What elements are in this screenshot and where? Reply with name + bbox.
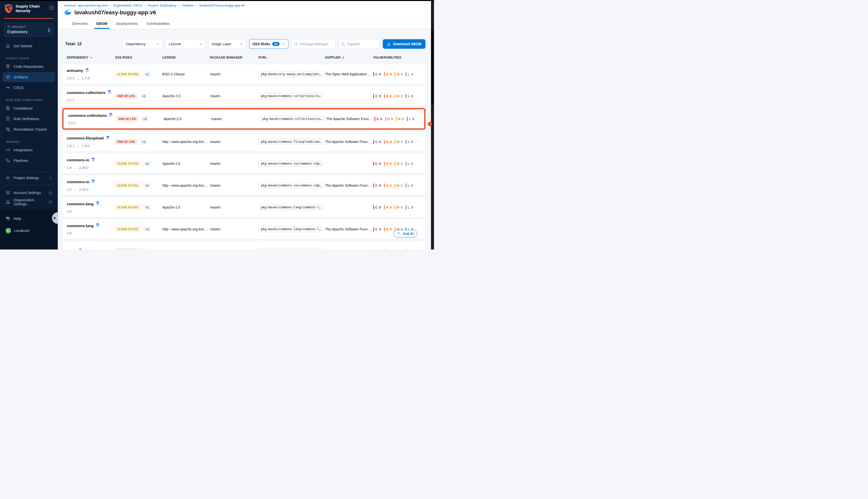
oss-risks-filter[interactable]: OSS Risks 02 <box>249 39 288 49</box>
vulnerabilities-cell: C0H0M0L0 <box>373 161 421 166</box>
table-row[interactable]: commons-lang2.6CLOSE TO EOL+1http---www.… <box>62 219 425 239</box>
tab-sbom[interactable]: SBOM <box>96 18 108 29</box>
purl-chip[interactable]: pkg:maven/commons-collections/co… <box>260 116 324 122</box>
sidebar-item-ci-cd[interactable]: CI/CD <box>2 83 55 93</box>
dependency-name: esapi <box>67 249 76 250</box>
download-icon <box>387 42 391 46</box>
severity-bar <box>385 117 386 121</box>
purl-chip[interactable]: pkg:maven/commons-lang/commons-l… <box>258 204 323 210</box>
scrollbar-thumb[interactable] <box>431 31 434 105</box>
sidebar-item-get-started[interactable]: Get Started <box>2 41 55 51</box>
column-header-oss-risks: OSS RISKS <box>115 56 162 59</box>
package-manager-search[interactable] <box>292 39 336 49</box>
table-row[interactable]: commons-collections3.2.2END OF LIFE+1Apa… <box>62 108 425 130</box>
tab-deployments[interactable]: Deployments <box>116 18 138 29</box>
sidebar-item-code-repositories[interactable]: Code Repositories <box>2 62 55 72</box>
info-icon[interactable] <box>49 200 52 204</box>
vulnerabilities-cell: C0H0M0L0 <box>373 72 421 76</box>
severity-bar <box>396 117 397 121</box>
grid-dots-icon[interactable] <box>49 3 54 11</box>
tab-vulnerabilities[interactable]: Vulnerabilities <box>146 18 170 29</box>
version-recommended: 2.20.0 <box>79 188 89 192</box>
risk-badge: CLOSE TO EOL <box>115 205 141 210</box>
version-recommended: 1.7.8 <box>82 76 89 80</box>
chevron-down-icon <box>282 42 285 46</box>
image-layer-filter[interactable]: Image Layer <box>209 39 246 49</box>
supplier-cell: The Apache Software Foun… <box>325 140 373 144</box>
dependency-filter[interactable]: Dependency <box>123 39 162 49</box>
severity-bar <box>384 94 385 98</box>
column-header-dependency[interactable]: DEPENDENCY▼ <box>67 56 115 59</box>
oss-risks-cell: END OF LIFE+1 <box>115 93 162 99</box>
severity-bar <box>395 140 395 144</box>
purl-chip[interactable]: pkg:maven/commons-collections/co… <box>258 93 323 99</box>
sidebar-item-artifacts[interactable]: Artifacts <box>2 72 55 82</box>
vulnerabilities-cell: C0H0M0L0 <box>373 205 421 209</box>
severity-bar <box>406 161 406 166</box>
table-row[interactable]: commons-io1.4→2.20.0CLOSE TO EOL+1Apache… <box>62 154 425 173</box>
vuln-count-l: L0 <box>406 183 413 188</box>
sidebar-item-project-settings[interactable]: Project Settings <box>2 173 55 182</box>
vuln-count-l: L0 <box>406 94 413 98</box>
user-menu[interactable]: L Lavakush <box>2 226 55 236</box>
help-label: Help <box>14 217 21 221</box>
risk-badge: CLOSE TO EOL <box>115 227 141 232</box>
breadcrumb-link[interactable]: Project: Exploratory <box>148 3 176 7</box>
column-label: SUPPLIER <box>325 56 340 59</box>
severity-bar <box>395 94 395 98</box>
dependency-cell: antisamy1.5.3→1.7.8 <box>67 68 115 81</box>
table-row[interactable]: commons-collections3.2.1END OF LIFE+1Apa… <box>62 86 425 106</box>
chevron-down-icon <box>199 42 202 46</box>
severity-bar <box>373 94 374 98</box>
license-filter[interactable]: License <box>165 39 206 49</box>
purl-chip[interactable]: pkg:maven/org.owasp.esapi/esapi@… <box>258 248 323 250</box>
project-name: Exploratory <box>7 30 50 34</box>
breadcrumb-link[interactable]: Organization: SSCA <box>113 3 142 7</box>
sidebar-item-remediation-tracker[interactable]: Remediation Tracker <box>2 124 55 134</box>
purl-chip[interactable]: pkg:maven/commons-io/commons-io@… <box>258 182 323 188</box>
package-manager-input[interactable] <box>300 42 333 46</box>
purl-chip[interactable]: pkg:maven/commons-lang/commons-l… <box>258 226 323 232</box>
vuln-count-c: C0 <box>373 227 381 231</box>
column-header-purl: PURL <box>258 56 325 59</box>
purl-chip[interactable]: pkg:maven/commons-fileupload/com… <box>258 139 323 145</box>
table-row[interactable]: esapiEND OF LIFE+1BSD-Creative Commons…m… <box>62 241 425 250</box>
layers-icon <box>106 136 110 141</box>
license-cell: Apache-2.0 <box>162 94 210 98</box>
breadcrumb-link[interactable]: lavakush07/easy-buggy-app:v6 <box>199 3 245 7</box>
sidebar-item-pipelines[interactable]: Pipelines <box>2 156 55 166</box>
cube-icon <box>7 25 10 29</box>
purl-cell: pkg:maven/commons-collections/co… <box>258 93 325 99</box>
table-row[interactable]: antisamy1.5.3→1.7.8CLOSE TO EOL+1BSD-2-C… <box>62 64 425 84</box>
breadcrumb-link[interactable]: Artifacts <box>182 3 194 7</box>
sidebar-item-rule-definitions[interactable]: Rule Definitions <box>2 114 55 124</box>
sidebar-item-organization-settings[interactable]: Organization Settings <box>2 197 55 207</box>
project-selector[interactable]: PROJECT Exploratory ❯ <box>4 23 54 37</box>
dependency-cell: commons-fileupload1.3.1→1.6.0 <box>67 136 115 148</box>
supplier-search[interactable] <box>338 39 380 49</box>
supplier-cell: The Apache Software Foun… <box>325 183 373 187</box>
supplier-input[interactable] <box>347 42 377 46</box>
sidebar-item-label: Code Repositories <box>14 64 44 69</box>
sidebar-item-compliance[interactable]: Compliance <box>2 103 55 113</box>
vuln-count-c: C0 <box>373 94 381 98</box>
purl-chip[interactable]: pkg:maven/org.owasp.antisamy/ant… <box>258 71 323 77</box>
tab-overview[interactable]: Overview <box>72 18 88 29</box>
ask-ai-button[interactable]: Ask AI <box>394 230 417 238</box>
sidebar-item-integrations[interactable]: Integrations <box>2 145 55 155</box>
table-row[interactable]: commons-io2.2→2.20.0CLOSE TO EOL+1http--… <box>62 175 425 195</box>
user-name: Lavakush <box>14 229 30 233</box>
info-icon[interactable] <box>49 191 52 195</box>
vuln-count-l: L0 <box>406 161 413 166</box>
table-row[interactable]: commons-fileupload1.3.1→1.6.0END OF LIFE… <box>62 132 425 151</box>
risk-extra-badge: +1 <box>143 205 151 210</box>
severity-bar <box>384 205 385 209</box>
breadcrumb-link[interactable]: Account: app-harness-ng-cicd <box>64 3 108 7</box>
download-sbom-button[interactable]: Download SBOM <box>383 39 425 49</box>
sidebar-item-help[interactable]: ? Help <box>2 214 55 223</box>
arrow-right-icon: → <box>74 166 77 170</box>
column-header-supplier[interactable]: SUPPLIER <box>325 56 373 59</box>
sidebar-item-account-settings[interactable]: Account Settings <box>2 188 55 197</box>
purl-chip[interactable]: pkg:maven/commons-io/commons-io@… <box>258 160 323 167</box>
table-row[interactable]: commons-lang2.4CLOSE TO EOL+1Apache-2.0m… <box>62 197 425 217</box>
